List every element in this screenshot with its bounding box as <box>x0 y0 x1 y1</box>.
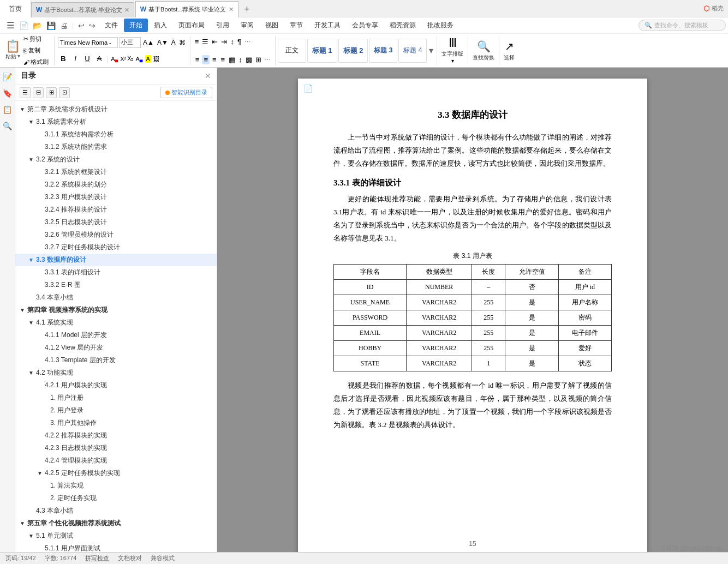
toc-item-327[interactable]: 3.2.7 定时任务模块的设计 <box>15 241 217 254</box>
toc-item-32[interactable]: ▼ 3.2 系统的设计 <box>15 153 217 166</box>
style-title4[interactable]: 标题 4 <box>398 39 427 63</box>
underline-button[interactable]: U <box>82 53 93 64</box>
ribbon-tab-dev[interactable]: 开发工具 <box>309 19 346 32</box>
column-btn[interactable]: ▦ <box>228 55 236 64</box>
copy-button[interactable]: ⎘ 复制 <box>21 45 51 56</box>
smart-toc-button[interactable]: 智能识别目录 <box>160 87 212 98</box>
doc-tab-1[interactable]: W 基于Bootst...荐系统 毕业论文 ✕ <box>31 2 134 17</box>
paste-button[interactable]: 📋 <box>5 40 20 52</box>
sidebar-icon-template[interactable]: 📋 <box>2 104 14 116</box>
undo-icon[interactable]: ↩ <box>76 20 86 31</box>
status-doccheck[interactable]: 文档校对 <box>118 554 142 562</box>
ribbon-tab-chapter[interactable]: 章节 <box>284 19 308 32</box>
font-size-up[interactable]: A▲ <box>142 38 155 47</box>
font-color-button[interactable]: A▄ <box>110 55 119 63</box>
bold-button[interactable]: B <box>58 53 69 64</box>
toc-view-btn1[interactable]: ☰ <box>20 87 31 98</box>
toc-item-421[interactable]: 4.2.1 用户模块的实现 <box>15 379 217 392</box>
toc-item-324[interactable]: 3.2.4 推荐模块的设计 <box>15 203 217 216</box>
toc-item-323[interactable]: 3.2.3 用户模块的设计 <box>15 191 217 203</box>
toc-item-311[interactable]: 3.1.1 系统结构需求分析 <box>15 128 217 141</box>
toc-item-33[interactable]: ▼ 3.3 数据库的设计 <box>15 254 217 266</box>
toc-item-425b[interactable]: 2. 定时任务实现 <box>15 492 217 505</box>
toc-item-421a[interactable]: 1. 用户注册 <box>15 392 217 404</box>
toc-item-413[interactable]: 4.1.3 Template 层的开发 <box>15 354 217 367</box>
style-title3[interactable]: 标题 3 <box>369 39 397 63</box>
toc-item-425a[interactable]: 1. 算法实现 <box>15 479 217 492</box>
font-name-input[interactable] <box>58 37 118 48</box>
toc-close-button[interactable]: ✕ <box>205 71 211 80</box>
document-area[interactable]: 📄 3.3 数据库的设计 上一节当中对系统做了详细的设计，每个模块都有什么功能做… <box>217 68 728 552</box>
toc-item-34[interactable]: 3.4 本章小结 <box>15 291 217 304</box>
style-title1[interactable]: 标题 1 <box>307 39 337 63</box>
find-icon[interactable]: 🔍 <box>477 40 491 53</box>
toc-item-325[interactable]: 3.2.5 日志模块的设计 <box>15 216 217 229</box>
toc-item-326[interactable]: 3.2.6 管理员模块的设计 <box>15 229 217 241</box>
toc-item-321[interactable]: 3.2.1 系统的框架设计 <box>15 166 217 178</box>
toc-item-ch5[interactable]: ▼ 第五章 个性化视频推荐系统测试 <box>15 517 217 530</box>
toc-item-423[interactable]: 4.2.3 日志模块的实现 <box>15 442 217 454</box>
more-para-btn[interactable]: ⋯ <box>264 56 272 64</box>
sort-btn[interactable]: ↕ <box>229 37 235 46</box>
toc-item-31[interactable]: ▼ 3.1 系统需求分析 <box>15 116 217 128</box>
superscript-button[interactable]: X² <box>120 56 126 62</box>
list-ordered-btn[interactable]: ☰ <box>201 37 210 46</box>
new-tab-button[interactable]: + <box>240 2 255 17</box>
toc-view-btn2[interactable]: ⊟ <box>33 87 44 98</box>
strikethrough-button[interactable]: A <box>94 53 105 64</box>
border-btn[interactable]: ⊞ <box>254 55 262 64</box>
sidebar-icon-bookmark[interactable]: 🔖 <box>2 87 14 99</box>
toc-item-421b[interactable]: 2. 用户登录 <box>15 404 217 417</box>
list-unordered-btn[interactable]: ≡ <box>194 37 200 46</box>
toc-item-332[interactable]: 3.3.2 E-R 图 <box>15 279 217 291</box>
sidebar-icon-search[interactable]: 🔍 <box>2 120 14 132</box>
menu-icon[interactable]: ☰ <box>4 19 16 32</box>
text-layout-dropdown[interactable]: ▾ <box>451 58 454 64</box>
toc-item-312[interactable]: 3.1.2 系统功能的需求 <box>15 141 217 153</box>
image-btn[interactable]: 🖼 <box>152 55 160 63</box>
search-box[interactable]: 🔍 查找命令、搜索模板 <box>639 20 726 31</box>
style-zhengwen[interactable]: 正文 <box>278 39 306 63</box>
italic-button[interactable]: I <box>70 53 81 64</box>
subscript-button[interactable]: X₂ <box>127 55 133 62</box>
align-left-btn[interactable]: ≡ <box>194 55 201 64</box>
toc-item-43[interactable]: 4.3 本章小结 <box>15 505 217 517</box>
status-spell[interactable]: 拼写检查 <box>85 554 109 562</box>
toc-item-425[interactable]: ▼ 4.2.5 定时任务模块的实现 <box>15 467 217 479</box>
toc-item-412[interactable]: 4.1.2 View 层的开发 <box>15 341 217 354</box>
toc-item-42[interactable]: ▼ 4.2 功能实现 <box>15 367 217 379</box>
toc-item-422[interactable]: 4.2.2 推荐模块的实现 <box>15 429 217 442</box>
toc-view-btn4[interactable]: ⊡ <box>59 87 70 98</box>
paste-dropdown[interactable]: ▾ <box>17 53 20 61</box>
toc-item-ch4[interactable]: ▼ 第四章 视频推荐系统的实现 <box>15 304 217 316</box>
align-right-btn[interactable]: ≡ <box>211 55 218 64</box>
tab2-close[interactable]: ✕ <box>229 6 234 13</box>
ribbon-tab-review[interactable]: 审阅 <box>235 19 259 32</box>
open-icon[interactable]: 📂 <box>31 20 44 31</box>
font-size-input[interactable] <box>119 37 141 48</box>
ribbon-tab-ref[interactable]: 引用 <box>211 19 235 32</box>
new-icon[interactable]: 📄 <box>17 20 30 31</box>
shading-btn[interactable]: ▩ <box>244 55 253 64</box>
styles-expand-btn[interactable]: ▾ <box>428 44 434 57</box>
ribbon-tab-view[interactable]: 视图 <box>260 19 284 32</box>
toc-item-511[interactable]: 5.1.1 用户界面测试 <box>15 542 217 552</box>
save-icon[interactable]: 💾 <box>45 20 57 31</box>
font-color2-button[interactable]: A▄ <box>134 55 144 63</box>
print-icon[interactable]: 🖨 <box>58 20 69 31</box>
align-center-btn[interactable]: ≡ <box>202 55 210 64</box>
clear-format[interactable]: Ã <box>170 38 177 47</box>
tab1-close[interactable]: ✕ <box>124 7 129 14</box>
indent-increase-btn[interactable]: ⇥ <box>220 37 228 46</box>
ribbon-tab-batch[interactable]: 批改服务 <box>422 19 459 32</box>
ribbon-tab-insert[interactable]: 插入 <box>148 19 172 32</box>
align-justify-btn[interactable]: ≡ <box>219 55 227 64</box>
style-title2[interactable]: 标题 2 <box>338 39 368 63</box>
redo-icon[interactable]: ↪ <box>87 20 97 31</box>
highlight-button[interactable]: A <box>145 55 151 63</box>
ribbon-tab-start[interactable]: 开始 <box>124 19 148 32</box>
doc-tab-2[interactable]: W 基于Bootst...荐系统 毕业论文 ✕ <box>135 1 238 17</box>
phonetic[interactable]: ⌘ <box>178 38 187 47</box>
ribbon-tab-layout[interactable]: 页面布局 <box>173 19 210 32</box>
format-paint-button[interactable]: 🖌 格式刷 <box>21 57 51 67</box>
